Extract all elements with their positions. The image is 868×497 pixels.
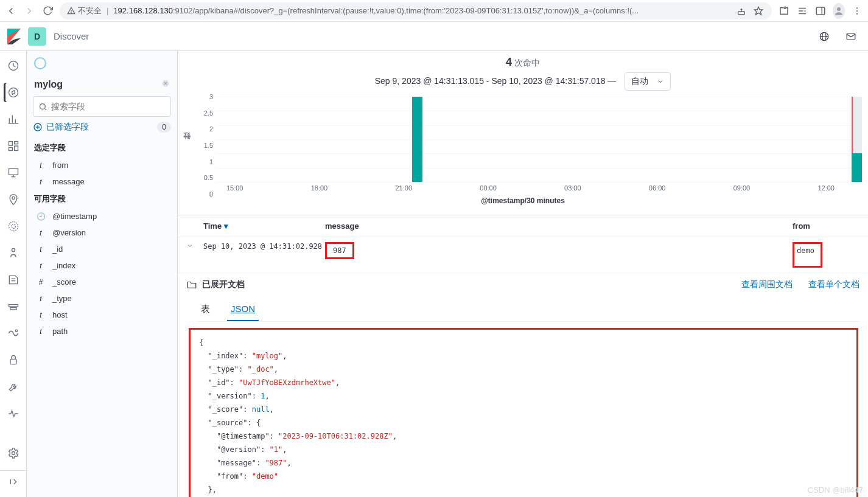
tab-json[interactable]: JSON	[227, 299, 259, 321]
nav-rail	[0, 51, 27, 497]
tab-table[interactable]: 表	[197, 299, 214, 321]
doc-tabs: 表 JSON	[197, 299, 859, 322]
col-message[interactable]: message	[325, 221, 793, 231]
space-badge[interactable]: D	[28, 27, 46, 46]
x-tick: 12:00	[817, 184, 835, 192]
filter-toggle[interactable]: 已筛选字段 0	[33, 122, 171, 133]
search-icon	[38, 102, 47, 111]
field-host[interactable]: thost	[27, 307, 177, 323]
x-tick: 06:00	[649, 184, 666, 192]
field-_score[interactable]: #_score	[27, 274, 177, 290]
field-label: @version	[52, 228, 86, 237]
rail-uptime-icon[interactable]	[4, 324, 23, 343]
filter-icon	[33, 122, 43, 132]
field-label: _id	[52, 245, 63, 254]
extensions-icon[interactable]	[778, 5, 790, 17]
field-type-icon: 🕘	[35, 212, 46, 221]
rail-metrics-icon[interactable]	[4, 243, 23, 263]
rail-monitor-icon[interactable]	[4, 404, 23, 423]
field-@version[interactable]: t@version	[27, 224, 177, 241]
rail-canvas-icon[interactable]	[4, 163, 23, 182]
svg-rect-18	[847, 33, 855, 40]
svg-point-13	[856, 10, 858, 11]
field-label: _index	[52, 261, 75, 270]
svg-point-11	[837, 7, 841, 11]
rail-dashboard-icon[interactable]	[4, 136, 23, 156]
mail-icon[interactable]	[841, 27, 861, 46]
svg-point-20	[9, 88, 18, 97]
index-pattern-title[interactable]: mylog	[34, 79, 63, 90]
x-tick: 18:00	[311, 184, 328, 192]
x-tick: 21:00	[395, 184, 412, 192]
rail-collapse-icon[interactable]	[0, 470, 26, 492]
svg-point-32	[12, 249, 15, 252]
field-_type[interactable]: t_type	[27, 290, 177, 307]
x-tick: 15:00	[226, 184, 243, 192]
rail-logs-icon[interactable]	[4, 270, 23, 290]
sort-desc-icon: ▾	[224, 221, 228, 231]
field-type-icon: t	[35, 161, 46, 170]
col-time[interactable]: Time ▾	[203, 221, 325, 231]
field-type-icon: t	[35, 294, 46, 303]
field-_id[interactable]: t_id	[27, 241, 177, 257]
y-tick: 0	[194, 190, 213, 198]
back-icon[interactable]	[5, 5, 17, 17]
field-type-icon: t	[35, 245, 46, 254]
histogram-bar[interactable]	[852, 153, 862, 182]
share-icon[interactable]	[735, 5, 747, 17]
rail-ml-icon[interactable]	[4, 217, 23, 236]
reading-list-icon[interactable]	[796, 5, 808, 17]
address-bar[interactable]: 不安全 | 192.168.128.130:9102/app/kibana#/d…	[60, 2, 772, 19]
x-tick: 00:00	[480, 184, 497, 192]
svg-marker-3	[754, 7, 762, 15]
field-_index[interactable]: t_index	[27, 257, 177, 274]
field-search[interactable]	[33, 96, 171, 117]
close-icon[interactable]	[161, 79, 170, 90]
newsfeed-icon[interactable]	[814, 27, 834, 46]
interval-select[interactable]: 自动	[625, 72, 671, 91]
profile-icon[interactable]	[833, 5, 845, 17]
histogram-bar[interactable]	[412, 97, 422, 182]
rail-apm-icon[interactable]	[4, 297, 23, 316]
x-tick: 03:00	[564, 184, 581, 192]
rail-siem-icon[interactable]	[4, 350, 23, 370]
collapse-row-icon[interactable]	[186, 242, 203, 251]
svg-marker-21	[12, 91, 15, 95]
reload-icon[interactable]	[41, 5, 54, 17]
y-tick: 3	[194, 93, 213, 100]
rail-devtools-icon[interactable]	[4, 377, 23, 397]
rail-recent-icon[interactable]	[4, 56, 23, 75]
field-label: @timestamp	[52, 212, 97, 221]
field-from[interactable]: tfrom	[27, 157, 177, 173]
field-type-icon: t	[35, 262, 46, 270]
y-tick: 1	[194, 158, 213, 165]
col-from[interactable]: from	[793, 221, 859, 231]
field-search-input[interactable]	[51, 102, 166, 111]
json-source-highlighted: { "_index": "mylog", "_type": "_doc", "_…	[189, 328, 858, 497]
rail-maps-icon[interactable]	[4, 190, 23, 209]
main-content: 4次命中 Sep 9, 2023 @ 14:31:13.015 - Sep 10…	[178, 51, 868, 497]
expanded-doc: 已展开文档 查看周围文档 查看单个文档 表 JSON { "_index": "…	[178, 273, 868, 497]
svg-rect-36	[10, 308, 16, 310]
chevron-down-icon	[657, 78, 664, 85]
svg-point-30	[9, 222, 18, 231]
link-single[interactable]: 查看单个文档	[808, 279, 859, 290]
field-path[interactable]: tpath	[27, 323, 177, 339]
field-@timestamp[interactable]: 🕘@timestamp	[27, 208, 177, 224]
panel-icon[interactable]	[814, 5, 827, 17]
sidebar-top-link[interactable]: ...加载中...	[27, 56, 177, 73]
histogram[interactable]: 计数 15:0018:0021:0000:0003:0006:0009:0012…	[178, 97, 868, 194]
star-icon[interactable]	[752, 5, 765, 17]
kebab-icon[interactable]	[851, 5, 863, 17]
forward-icon[interactable]	[23, 5, 35, 17]
breadcrumb[interactable]: Discover	[54, 31, 89, 41]
kibana-logo[interactable]	[7, 29, 21, 44]
svg-point-29	[12, 196, 14, 199]
field-type-icon: t	[35, 229, 46, 237]
cell-time: Sep 10, 2023 @ 14:31:02.928	[203, 242, 325, 251]
link-surrounding[interactable]: 查看周围文档	[741, 279, 793, 290]
field-message[interactable]: tmessage	[27, 173, 177, 190]
rail-visualize-icon[interactable]	[4, 109, 23, 129]
rail-management-icon[interactable]	[4, 443, 23, 463]
rail-discover-icon[interactable]	[4, 83, 23, 102]
